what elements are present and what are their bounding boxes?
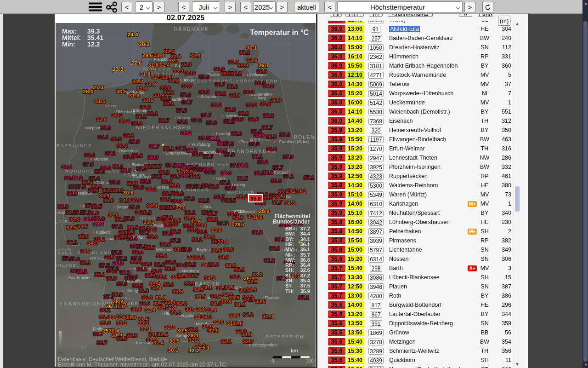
- svg-text:35.1: 35.1: [234, 266, 245, 273]
- svg-text:36.4: 36.4: [300, 262, 311, 268]
- svg-text:35.7: 35.7: [228, 59, 239, 65]
- svg-text:36.9: 36.9: [199, 89, 209, 95]
- svg-text:36.9: 36.9: [58, 203, 68, 210]
- svg-text:35.4: 35.4: [130, 259, 141, 265]
- svg-text:33.6: 33.6: [96, 116, 107, 122]
- svg-text:37.6: 37.6: [224, 151, 235, 158]
- svg-text:BURG: BURG: [58, 251, 72, 255]
- svg-text:35.4: 35.4: [142, 294, 153, 300]
- svg-text:36.3: 36.3: [145, 272, 156, 279]
- svg-text:36.4: 36.4: [133, 249, 143, 255]
- svg-text:33.1: 33.1: [221, 338, 232, 345]
- svg-text:35.0: 35.0: [181, 61, 192, 68]
- svg-text:36.2: 36.2: [231, 70, 242, 77]
- svg-text:37.1: 37.1: [304, 174, 314, 181]
- svg-text:34.1: 34.1: [290, 189, 300, 195]
- svg-text:36.6: 36.6: [249, 116, 259, 122]
- svg-text:30.5: 30.5: [177, 328, 188, 334]
- svg-text:Lübeck: Lübeck: [180, 78, 194, 82]
- svg-text:34.6: 34.6: [78, 223, 88, 230]
- svg-text:35.1: 35.1: [230, 274, 241, 280]
- svg-text:36.7: 36.7: [207, 210, 218, 217]
- svg-text:36.4: 36.4: [132, 120, 142, 126]
- svg-text:32.5: 32.5: [165, 324, 175, 330]
- svg-text:36.0: 36.0: [227, 83, 238, 90]
- svg-text:35.1: 35.1: [194, 254, 205, 260]
- svg-text:m: m: [82, 345, 86, 350]
- svg-text:36.5: 36.5: [226, 197, 236, 204]
- svg-text:36.2: 36.2: [136, 113, 147, 120]
- svg-text:31.3: 31.3: [133, 78, 143, 85]
- svg-text:31.5: 31.5: [95, 98, 106, 104]
- svg-text:34.4: 34.4: [147, 202, 158, 209]
- svg-text:Siegen: Siegen: [117, 205, 130, 209]
- svg-text:27.3: 27.3: [93, 84, 104, 91]
- svg-text:30.1: 30.1: [168, 347, 179, 353]
- svg-text:NI+:: NI+:: [285, 252, 295, 258]
- svg-text:37.0: 37.0: [181, 246, 192, 253]
- svg-text:36.6: 36.6: [225, 106, 236, 113]
- svg-text:31.3: 31.3: [144, 219, 154, 225]
- svg-text:Münster: Münster: [94, 157, 109, 161]
- svg-text:36.5: 36.5: [199, 197, 209, 204]
- svg-text:38.3: 38.3: [148, 154, 158, 161]
- svg-text:36.7: 36.7: [171, 173, 181, 179]
- svg-text:37.0: 37.0: [124, 215, 135, 222]
- svg-text:36.9: 36.9: [157, 216, 167, 222]
- svg-text:33.7: 33.7: [186, 306, 196, 312]
- svg-text:36.2: 36.2: [244, 89, 254, 95]
- svg-text:36.7: 36.7: [262, 124, 273, 131]
- svg-text:33.3: 33.3: [173, 68, 184, 74]
- svg-text:32.6: 32.6: [137, 86, 147, 92]
- svg-text:32.4: 32.4: [145, 307, 156, 313]
- svg-text:34.7: 34.7: [272, 199, 283, 206]
- svg-text:31.6: 31.6: [129, 92, 140, 99]
- svg-text:35.2: 35.2: [113, 187, 124, 194]
- svg-text:37.2: 37.2: [107, 268, 117, 274]
- svg-text:35.4: 35.4: [278, 189, 289, 195]
- svg-text:FRANKREICH: FRANKREICH: [60, 301, 102, 306]
- svg-text:Meppen: Meppen: [86, 126, 102, 130]
- svg-text:37.8: 37.8: [225, 185, 236, 191]
- svg-text:36.9: 36.9: [88, 187, 99, 194]
- svg-text:36.2: 36.2: [247, 102, 257, 108]
- svg-text:35.4: 35.4: [300, 278, 311, 283]
- svg-text:37.6: 37.6: [199, 74, 209, 80]
- svg-text:32.0: 32.0: [263, 313, 273, 320]
- svg-text:34.1: 34.1: [300, 236, 310, 242]
- svg-text:37.7: 37.7: [182, 99, 192, 105]
- svg-text:38.0: 38.0: [62, 164, 72, 170]
- svg-text:SAARLAND: SAARLAND: [56, 263, 77, 268]
- svg-text:36.1: 36.1: [300, 242, 310, 247]
- svg-text:34.4: 34.4: [170, 309, 181, 316]
- svg-text:28.2: 28.2: [139, 41, 150, 47]
- svg-text:34.0: 34.0: [88, 240, 98, 246]
- svg-text:35.7: 35.7: [300, 252, 310, 258]
- svg-text:37.7: 37.7: [273, 164, 283, 171]
- svg-text:32.9: 32.9: [248, 278, 258, 285]
- svg-text:35.2: 35.2: [239, 49, 250, 56]
- svg-text:TH:: TH:: [285, 288, 294, 294]
- svg-text:35.1: 35.1: [146, 186, 157, 192]
- svg-text:36.1: 36.1: [67, 239, 78, 246]
- svg-text:38.3: 38.3: [72, 175, 83, 181]
- svg-text:36.5: 36.5: [91, 203, 102, 210]
- svg-text:33.8: 33.8: [211, 227, 222, 233]
- svg-text:38.2: 38.2: [181, 130, 192, 136]
- svg-text:34.8: 34.8: [131, 306, 142, 312]
- svg-text:34.3: 34.3: [285, 200, 295, 206]
- svg-text:32.5: 32.5: [67, 224, 77, 231]
- svg-text:MV:: MV:: [285, 247, 294, 252]
- svg-text:24.4: 24.4: [128, 31, 138, 38]
- svg-text:34.8: 34.8: [177, 272, 188, 279]
- svg-text:36.2: 36.2: [215, 90, 226, 97]
- svg-text:34.0: 34.0: [223, 246, 234, 253]
- svg-text:35.8: 35.8: [250, 196, 261, 201]
- svg-text:33.1: 33.1: [168, 58, 179, 64]
- svg-text:Temperatur in °C: Temperatur in °C: [250, 29, 309, 36]
- svg-text:33.3: 33.3: [190, 52, 201, 59]
- svg-text:36.6: 36.6: [300, 257, 310, 263]
- svg-text:35.5: 35.5: [145, 244, 155, 251]
- svg-text:34.9: 34.9: [219, 254, 229, 260]
- svg-text:35.1: 35.1: [237, 194, 248, 200]
